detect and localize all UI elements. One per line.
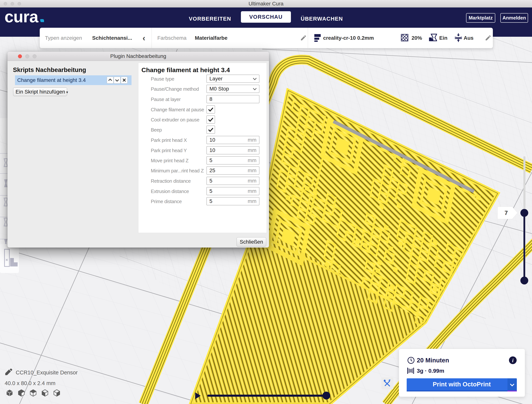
svg-text:i: i xyxy=(512,358,514,363)
svg-text:7: 7 xyxy=(505,210,508,216)
svg-text:CCR10_Exquisite Densor: CCR10_Exquisite Densor xyxy=(16,370,78,376)
svg-text:40.0 x 80.0 x 2.4 mm: 40.0 x 80.0 x 2.4 mm xyxy=(5,380,56,386)
svg-text:cura: cura xyxy=(5,12,38,26)
